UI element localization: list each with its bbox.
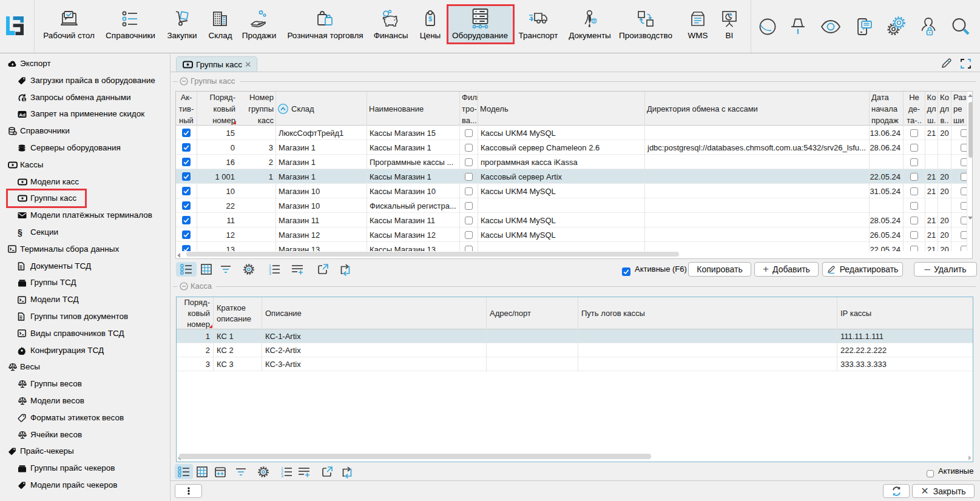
- svg-text:$: $: [428, 15, 432, 22]
- svg-text:3: 3: [281, 474, 283, 478]
- svg-text:3: 3: [269, 271, 271, 275]
- svg-text:Ad: Ad: [19, 112, 25, 117]
